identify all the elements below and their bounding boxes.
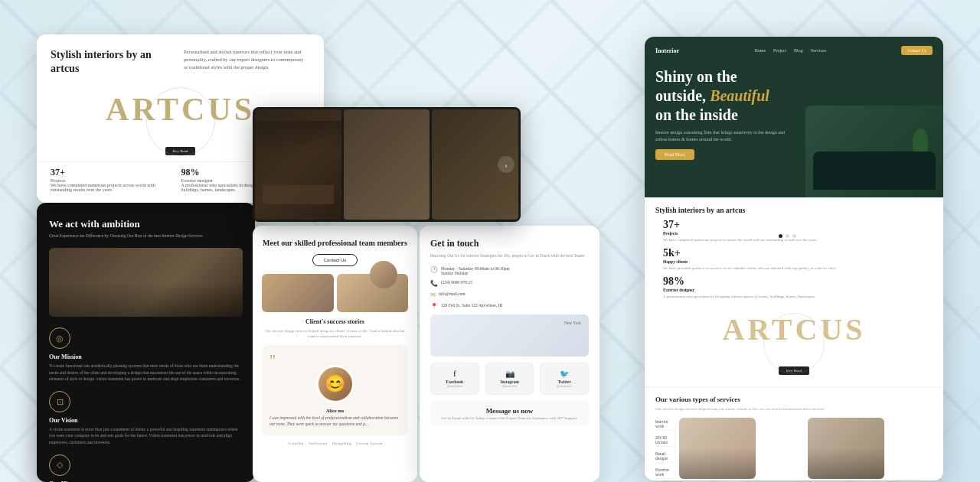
sunday-hours: Sunday Holiday: [441, 271, 510, 275]
inoterior-nav: Inoterior Home Project Blog Services Con…: [655, 46, 933, 55]
service-image-1: [679, 418, 756, 479]
twitter-icon: 🐦: [544, 370, 585, 378]
map-area: [430, 314, 589, 357]
client-avatar: [316, 365, 354, 403]
service-item-layouts: 2D/3D layouts: [655, 434, 673, 447]
testimonial-title: Client's success stories: [262, 318, 408, 325]
email-address: info@mail.com: [439, 291, 466, 296]
partner-logo-2: Auflattna: [309, 441, 328, 445]
nav-services[interactable]: Services: [811, 48, 826, 53]
instagram-button[interactable]: 📷 Instagram @inoterior: [485, 363, 534, 395]
inoterior-logo: Inoterior: [655, 47, 679, 54]
dot-1[interactable]: [779, 234, 782, 238]
card6-section-title: Stylish interiors by an artcus: [655, 207, 933, 214]
nav-blog[interactable]: Blog: [794, 48, 803, 53]
hero-line1: Shiny on the: [655, 68, 737, 85]
hero-line2-normal: outside,: [655, 87, 710, 104]
stat-clients-label: Happy clients: [663, 259, 933, 264]
stat-exterior-label: Exterior designer: [663, 288, 933, 292]
twitter-button[interactable]: 🐦 Twitter @inoterior: [540, 363, 589, 395]
stat-projects-label: Projects: [663, 231, 933, 236]
message-subtitle: Get In Touch with Us Today. Contact Our …: [436, 416, 583, 420]
client-testimonial: I was impressed with the level of profes…: [270, 415, 400, 428]
card-contact: Get in touch Reaching Out Us for Interio…: [420, 226, 599, 482]
services-section: Our various types of services Our interi…: [645, 387, 943, 480]
facebook-icon: f: [434, 370, 475, 378]
mockup-container: Stylish interiors Stylish interiors by a…: [0, 0, 980, 482]
artcus-watermark-section: ARTCUS Key Read: [655, 308, 933, 378]
instagram-handle: @inoterior: [489, 384, 531, 388]
partner-logo-4: Lorem Ipsum: [356, 441, 383, 445]
twitter-handle: @inoterior: [544, 384, 585, 388]
service-item-interior: Interior work: [655, 418, 673, 431]
street-address: 129 Fell St, Suite 122 Anywhere, HI: [441, 303, 502, 308]
hero-line3: on the inside: [655, 106, 738, 123]
stat-projects-num: 37+: [663, 219, 933, 231]
card1-title: Stylish interiors by an artcus: [51, 48, 173, 76]
mission-title: Our Mission: [49, 353, 243, 360]
facebook-button[interactable]: f Facebook @inoterior: [430, 363, 479, 395]
gallery-arrow-button[interactable]: ›: [498, 156, 514, 173]
card1-description: Personalised and stylish interiors that …: [184, 49, 304, 70]
vision-title: Our Vision: [49, 417, 243, 424]
stat-clients-desc: We have provided products or services to…: [663, 265, 933, 271]
phone-icon: 📞: [430, 280, 438, 287]
carousel-dots: [779, 234, 796, 238]
testimonial-subtitle: Our interior design services helped brin…: [262, 328, 408, 339]
dot-3[interactable]: [792, 234, 796, 238]
team-avatar: [370, 261, 397, 288]
service-image-2: [808, 418, 884, 479]
message-title: Message us now: [436, 407, 583, 415]
stat1-number: 37+: [51, 167, 169, 178]
vision-desc: A vision statement is more than just a s…: [49, 426, 243, 445]
card-ambition-dark: We act with ambition Great Experience th…: [37, 203, 255, 482]
facebook-handle: @inoterior: [434, 384, 475, 388]
card3-interior-image: [49, 248, 243, 317]
stat-projects-desc: We have completed numerous projects to a…: [663, 237, 933, 243]
contact-us-button[interactable]: Contact Us: [312, 254, 358, 266]
card-inoterior: Inoterior Home Project Blog Services Con…: [645, 37, 943, 480]
stat-clients-num: 5k+: [663, 247, 933, 259]
instagram-icon: 📷: [489, 370, 531, 378]
services-title: Our various types of services: [655, 396, 933, 403]
contact-title: Get in touch: [430, 238, 589, 249]
clock-icon: 🕐: [430, 266, 438, 273]
email-icon: ✉: [430, 291, 436, 298]
nav-home[interactable]: Home: [754, 48, 766, 53]
partner-logo-1: Acantha: [287, 441, 304, 445]
gallery-image-1: [255, 109, 341, 220]
stat-exterior-desc: A professional who specializes in design…: [663, 294, 933, 299]
vision-icon: ⊡: [49, 391, 70, 412]
partner-logo-3: Dumpling: [332, 441, 351, 445]
card-gallery-dark: ›: [253, 107, 521, 222]
sofa-decoration: [813, 151, 936, 190]
gallery-image-2: [344, 109, 430, 220]
phone-number: (234) 9089 978 23: [441, 280, 472, 285]
artcus-watermark-text: ARTCUS: [655, 311, 933, 347]
stat1-desc: We have completed numerous projects acro…: [51, 183, 169, 192]
card4-title: Meet our skilled professional team membe…: [262, 238, 408, 248]
history-icon: ◇: [49, 454, 70, 476]
nav-contact-button[interactable]: Contact Us: [901, 46, 933, 55]
stat-exterior-num: 98%: [663, 275, 933, 288]
services-list: Interior work 2D/3D layouts Retail desig…: [655, 418, 673, 480]
nav-project[interactable]: Project: [773, 48, 786, 53]
nav-links-group: Home Project Blog Services: [754, 48, 826, 53]
hero-cta-button[interactable]: Read More: [655, 149, 694, 160]
hero-sofa-image: [805, 106, 943, 197]
service-item-exterior: Exterior work: [655, 466, 673, 479]
service-item-retail: Retail designs: [655, 450, 673, 463]
contact-subtitle: Reaching Out Us for Interior Strategies …: [430, 252, 589, 259]
mission-desc: To create functional sets aesthetically …: [49, 363, 243, 382]
hero-subtitle: Interior design consulting firm that bri…: [655, 129, 786, 143]
card3-subtitle: Great Experience the Difference by Choos…: [49, 233, 243, 239]
mission-icon: ◎: [49, 327, 70, 349]
services-subtitle: Our interior design services helped brin…: [655, 406, 933, 412]
card3-title: We act with ambition: [49, 218, 243, 230]
card-team-members: Meet our skilled professional team membe…: [253, 226, 417, 482]
client-name: Alice ms: [270, 408, 400, 413]
dot-2[interactable]: [786, 234, 789, 238]
location-icon: 📍: [430, 303, 438, 310]
hero-line2-italic: Beautiful: [710, 87, 769, 104]
inoterior-hero-header: Inoterior Home Project Blog Services Con…: [645, 37, 943, 197]
